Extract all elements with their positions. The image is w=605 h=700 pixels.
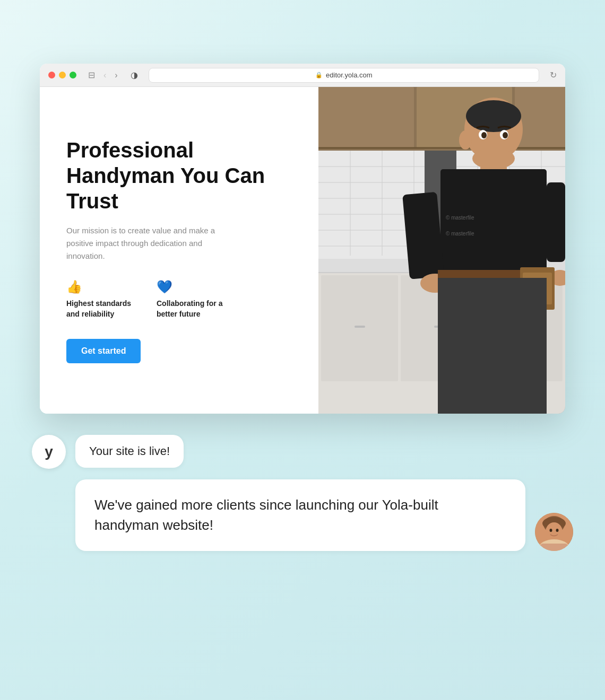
svg-point-51: [472, 148, 515, 169]
chat-message-1: Your site is live!: [89, 444, 170, 458]
user-avatar-image: [535, 513, 573, 551]
svg-text:© masterfile: © masterfile: [446, 215, 474, 221]
svg-rect-39: [547, 182, 565, 262]
features-row: 👍 Highest standards and reliability 💙 Co…: [66, 279, 292, 319]
feature-2-text: Collaborating for a better future: [157, 299, 226, 319]
thumbsup-icon: 👍: [66, 279, 135, 294]
svg-rect-2: [318, 87, 414, 148]
forward-button[interactable]: ›: [113, 69, 119, 81]
sidebar-toggle-icon[interactable]: ⊟: [88, 70, 95, 80]
yola-avatar: y: [32, 435, 66, 469]
feature-1-text: Highest standards and reliability: [66, 299, 135, 319]
chat-bubble-1: Your site is live!: [75, 435, 184, 468]
feature-item-1: 👍 Highest standards and reliability: [66, 279, 135, 319]
svg-point-49: [503, 132, 508, 138]
lock-icon: 🔒: [315, 72, 323, 78]
yola-letter: y: [45, 443, 53, 460]
feature-item-2: 💙 Collaborating for a better future: [157, 279, 226, 319]
user-avatar: [535, 513, 573, 551]
hero-left-panel: Professional Handyman You Can Trust Our …: [40, 87, 318, 414]
chat-message-2: We've gained more clients since launchin…: [94, 497, 438, 533]
chat-section: y Your site is live! We've gained more c…: [32, 435, 573, 551]
handyman-image: © masterfile © masterfile: [318, 87, 565, 414]
chat-row-2: We've gained more clients since launchin…: [32, 479, 573, 551]
chat-bubble-2: We've gained more clients since launchin…: [75, 479, 525, 551]
hero-title: Professional Handyman You Can Trust: [66, 137, 292, 214]
browser-window: ⊟ ‹ › ◑ 🔒 editor.yola.com ↻ Professional…: [40, 64, 565, 414]
minimize-button[interactable]: [59, 72, 66, 78]
heart-icon: 💙: [157, 279, 226, 294]
hero-subtitle: Our mission is to create value and make …: [66, 224, 226, 262]
close-button[interactable]: [48, 72, 55, 78]
svg-point-58: [550, 529, 552, 532]
svg-point-59: [556, 529, 559, 532]
reload-button[interactable]: ↻: [550, 70, 557, 80]
browser-content: Professional Handyman You Can Trust Our …: [40, 87, 565, 414]
traffic-lights: [48, 72, 76, 78]
svg-rect-38: [402, 192, 444, 279]
browser-nav: ‹ ›: [101, 69, 120, 81]
security-icon: ◑: [131, 70, 138, 80]
svg-rect-61: [540, 544, 568, 551]
back-button[interactable]: ‹: [101, 69, 108, 81]
svg-rect-28: [321, 275, 398, 381]
svg-point-57: [546, 522, 563, 541]
svg-point-35: [466, 100, 521, 132]
svg-text:© masterfile: © masterfile: [446, 231, 474, 237]
address-bar[interactable]: 🔒 editor.yola.com: [149, 68, 539, 83]
address-text: editor.yola.com: [326, 71, 372, 79]
svg-point-48: [481, 132, 487, 138]
chat-row-1: y Your site is live!: [32, 435, 573, 469]
svg-rect-31: [355, 326, 365, 328]
svg-rect-45: [438, 278, 547, 414]
svg-rect-4: [515, 87, 565, 148]
get-started-button[interactable]: Get started: [66, 339, 141, 363]
browser-chrome: ⊟ ‹ › ◑ 🔒 editor.yola.com ↻: [40, 64, 565, 87]
fullscreen-button[interactable]: [70, 72, 76, 78]
hero-image-panel: © masterfile © masterfile: [318, 87, 565, 414]
svg-point-50: [459, 130, 472, 150]
